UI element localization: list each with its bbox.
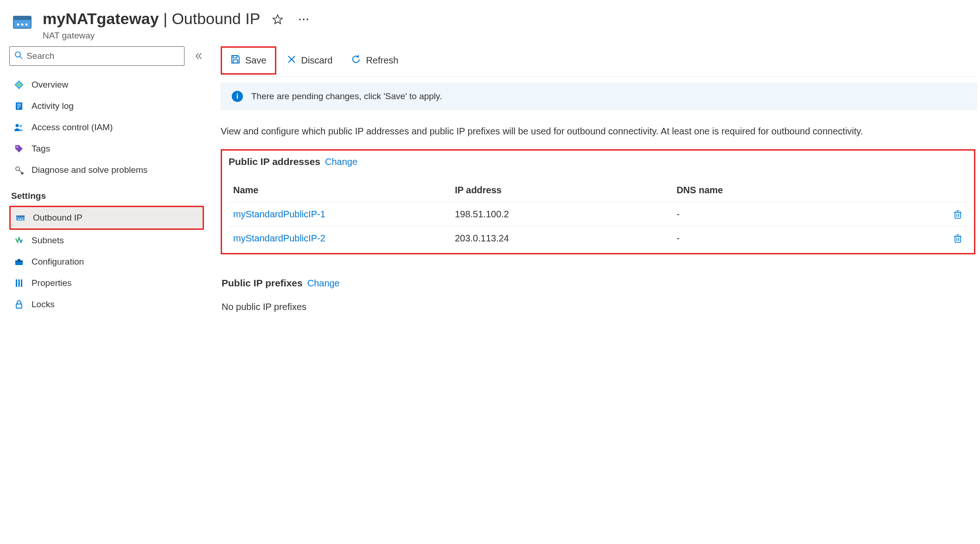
toolbar: Save Discard Refresh bbox=[221, 46, 977, 77]
collapse-sidebar-icon[interactable] bbox=[193, 52, 204, 60]
public-ip-change-link[interactable]: Change bbox=[325, 157, 357, 167]
sidebar-item-label: Subnets bbox=[32, 235, 64, 246]
discard-label: Discard bbox=[301, 55, 333, 66]
svg-point-6 bbox=[299, 19, 301, 20]
svg-rect-37 bbox=[955, 212, 961, 218]
page-name: Outbound IP bbox=[172, 10, 260, 27]
svg-point-18 bbox=[19, 125, 22, 127]
svg-point-25 bbox=[22, 219, 23, 220]
svg-rect-29 bbox=[16, 279, 17, 287]
col-dns: DNS name bbox=[672, 178, 908, 202]
public-ip-prefixes-title: Public IP prefixes bbox=[222, 278, 303, 289]
svg-rect-31 bbox=[21, 279, 22, 287]
search-icon bbox=[14, 51, 23, 62]
nav-list-top: Overview Activity log Access control (IA… bbox=[9, 74, 204, 181]
sidebar-item-label: Tags bbox=[32, 144, 50, 154]
sidebar-item-tags[interactable]: Tags bbox=[9, 138, 204, 159]
svg-rect-33 bbox=[233, 56, 237, 58]
ip-address-cell: 198.51.100.2 bbox=[450, 202, 672, 227]
svg-point-4 bbox=[25, 24, 28, 26]
sidebar-item-label: Overview bbox=[32, 80, 68, 90]
svg-point-8 bbox=[307, 19, 309, 20]
info-icon: i bbox=[232, 91, 243, 102]
ip-address-cell: 203.0.113.24 bbox=[450, 227, 672, 251]
sidebar-item-configuration[interactable]: Configuration bbox=[9, 251, 204, 272]
activity-log-icon bbox=[14, 101, 24, 111]
search-box[interactable] bbox=[9, 46, 185, 66]
public-ip-prefixes-section: Public IP prefixes Change No public IP p… bbox=[221, 278, 977, 312]
svg-rect-42 bbox=[955, 236, 961, 242]
svg-point-17 bbox=[16, 124, 19, 127]
col-name: Name bbox=[229, 178, 450, 202]
natgw-icon bbox=[15, 213, 25, 223]
svg-rect-16 bbox=[17, 108, 19, 108]
public-ip-title: Public IP addresses bbox=[229, 156, 320, 167]
no-prefixes-label: No public IP prefixes bbox=[222, 302, 977, 312]
page-header: myNATgateway | Outbound IP NAT gateway bbox=[0, 0, 980, 46]
svg-rect-28 bbox=[18, 259, 20, 260]
info-message: There are pending changes, click 'Save' … bbox=[251, 91, 442, 101]
info-bar: i There are pending changes, click 'Save… bbox=[221, 82, 977, 110]
svg-point-9 bbox=[15, 52, 20, 57]
save-label: Save bbox=[245, 55, 267, 66]
sidebar-item-iam[interactable]: Access control (IAM) bbox=[9, 117, 204, 138]
nav-section-settings: Settings bbox=[9, 181, 204, 206]
svg-rect-34 bbox=[233, 60, 238, 63]
dns-cell: - bbox=[672, 202, 908, 227]
svg-rect-14 bbox=[17, 104, 21, 105]
sidebar-item-outbound-ip[interactable]: Outbound IP bbox=[9, 206, 204, 230]
svg-point-24 bbox=[20, 219, 21, 220]
save-button[interactable]: Save bbox=[221, 46, 276, 75]
search-input[interactable] bbox=[26, 51, 179, 61]
sidebar-item-label: Activity log bbox=[32, 101, 74, 111]
diagnose-icon bbox=[14, 165, 24, 175]
title-block: myNATgateway | Outbound IP NAT gateway bbox=[43, 9, 969, 41]
svg-point-20 bbox=[16, 167, 19, 171]
table-row: myStandardPublicIP-2 203.0.113.24 - bbox=[229, 227, 967, 251]
sidebar-item-activity-log[interactable]: Activity log bbox=[9, 95, 204, 117]
svg-point-7 bbox=[303, 19, 305, 20]
discard-button[interactable]: Discard bbox=[278, 48, 341, 73]
svg-point-19 bbox=[17, 146, 18, 148]
svg-rect-27 bbox=[15, 260, 23, 262]
favorite-button[interactable] bbox=[269, 11, 286, 28]
trash-icon bbox=[953, 234, 963, 244]
discard-icon bbox=[286, 54, 297, 67]
sidebar-item-label: Properties bbox=[32, 278, 72, 288]
svg-rect-30 bbox=[19, 279, 20, 287]
trash-icon bbox=[953, 209, 963, 220]
main-content: Save Discard Refresh i bbox=[204, 46, 980, 315]
sidebar-item-locks[interactable]: Locks bbox=[9, 294, 204, 315]
configuration-icon bbox=[14, 257, 24, 267]
properties-icon bbox=[14, 278, 24, 288]
svg-point-3 bbox=[21, 24, 24, 26]
tags-icon bbox=[14, 144, 24, 154]
delete-button[interactable] bbox=[913, 234, 963, 244]
svg-rect-1 bbox=[13, 16, 31, 20]
table-row: myStandardPublicIP-1 198.51.100.2 - bbox=[229, 202, 967, 227]
overview-icon bbox=[14, 80, 24, 90]
svg-line-10 bbox=[20, 57, 22, 59]
more-button[interactable] bbox=[295, 15, 312, 24]
refresh-button[interactable]: Refresh bbox=[343, 48, 407, 73]
sidebar-item-subnets[interactable]: Subnets bbox=[9, 230, 204, 251]
sidebar-item-label: Access control (IAM) bbox=[32, 122, 113, 133]
delete-button[interactable] bbox=[913, 209, 963, 220]
sidebar-item-label: Configuration bbox=[32, 257, 84, 267]
dns-cell: - bbox=[672, 227, 908, 251]
sidebar-item-label: Outbound IP bbox=[33, 213, 83, 223]
resource-type-icon bbox=[11, 11, 33, 33]
public-ip-prefixes-change-link[interactable]: Change bbox=[307, 278, 340, 289]
col-ip: IP address bbox=[450, 178, 672, 202]
refresh-icon bbox=[351, 54, 361, 67]
subnets-icon bbox=[14, 235, 24, 246]
resource-type-label: NAT gateway bbox=[43, 31, 969, 41]
sidebar-item-diagnose[interactable]: Diagnose and solve problems bbox=[9, 159, 204, 181]
resource-name: myNATgateway bbox=[43, 10, 159, 27]
ip-name-link[interactable]: myStandardPublicIP-2 bbox=[233, 233, 325, 243]
page-description: View and configure which public IP addre… bbox=[221, 110, 977, 149]
ip-name-link[interactable]: myStandardPublicIP-1 bbox=[233, 209, 325, 219]
sidebar-item-properties[interactable]: Properties bbox=[9, 272, 204, 294]
sidebar-item-overview[interactable]: Overview bbox=[9, 74, 204, 95]
refresh-label: Refresh bbox=[366, 55, 398, 66]
